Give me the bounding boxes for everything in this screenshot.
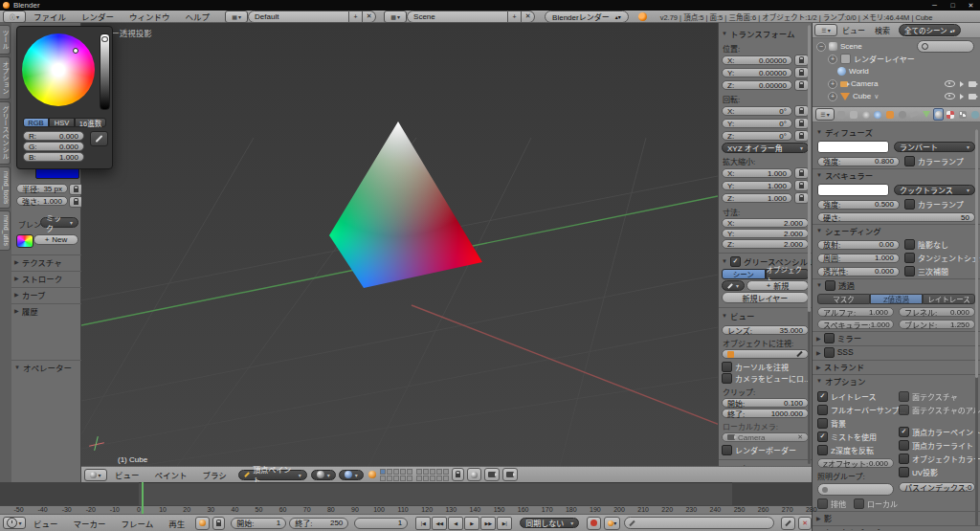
outliner-menu-view[interactable]: ビュー [837, 25, 870, 35]
diffuse-ramp-toggle[interactable]: カラーランプ [904, 156, 975, 166]
gp-new-button[interactable]: +新規 [746, 280, 809, 291]
viewport-shading-select[interactable] [311, 470, 336, 480]
layer-cell[interactable] [387, 476, 392, 481]
lock-icon[interactable] [794, 118, 809, 129]
render-engine-select[interactable]: Blenderレンダー▴▾ [545, 11, 629, 23]
mode-hsv-button[interactable]: HSV [49, 118, 75, 127]
selectable-icon[interactable] [960, 94, 964, 100]
pass-index-field[interactable]: パスインデックス:0 [899, 482, 975, 492]
tab-particles[interactable] [958, 108, 969, 121]
tab-object[interactable] [885, 108, 896, 121]
blue-field[interactable]: B:1.000 [23, 152, 84, 162]
layer-cell[interactable] [423, 476, 429, 481]
opt-face-textures[interactable]: 面テクスチャ [899, 391, 975, 402]
menu-window[interactable]: ウィンドウ [122, 11, 178, 22]
checkbox[interactable] [904, 199, 915, 210]
menu-file[interactable]: ファイル [26, 11, 74, 22]
layer-cell[interactable] [436, 476, 442, 481]
gp-checkbox[interactable]: ✓ [730, 256, 741, 267]
checkbox[interactable] [817, 498, 828, 509]
lock-icon[interactable] [794, 55, 809, 66]
render-visibility-icon[interactable] [969, 94, 976, 100]
checkbox[interactable] [904, 239, 915, 250]
panel-mirror[interactable]: ▶ミラー [813, 331, 980, 343]
location-y-field[interactable]: Y:0.00000 [722, 68, 792, 77]
delete-keyframe-button[interactable]: ✕ [798, 517, 812, 530]
tab-render[interactable] [836, 108, 847, 121]
lens-field[interactable]: レンズ:35.000 [722, 325, 809, 335]
layer-cell[interactable] [400, 476, 406, 481]
menu-render[interactable]: レンダー [74, 11, 122, 22]
play-reverse-button[interactable]: ◀ [448, 517, 463, 530]
panel-view[interactable]: ▼ビュー [719, 307, 812, 322]
mirror-checkbox[interactable] [824, 333, 835, 343]
emit-field[interactable]: 放射:0.00 [817, 240, 900, 250]
lock-camera-checkbox[interactable] [722, 373, 732, 384]
collapse-icon[interactable]: − [816, 42, 826, 52]
mode-rgb-button[interactable]: RGB [23, 118, 49, 127]
mode-hex-button[interactable]: 16進数 [75, 118, 106, 127]
hardness-field[interactable]: 硬さ:50 [817, 212, 975, 222]
tab-world[interactable] [873, 108, 883, 121]
scene-selector-icon[interactable]: ▩▾ [384, 11, 407, 23]
delete-layout-button[interactable]: ✕ [363, 11, 376, 23]
hide-icon[interactable] [945, 93, 955, 100]
clip-end-field[interactable]: 終了:1000.000 [722, 409, 809, 418]
outliner-editor-selector[interactable]: ☰▾ [814, 24, 837, 36]
rotation-mode-select[interactable]: XYZ オイラー角 [722, 143, 809, 153]
diffuse-shader-select[interactable]: ランバート [894, 142, 975, 152]
layer-cell[interactable] [407, 476, 412, 481]
checkbox[interactable] [854, 498, 864, 509]
transp-ztransp-tab[interactable]: Z値透過 [870, 294, 923, 304]
viewport-editor-selector[interactable]: ▾ [84, 469, 107, 481]
checkbox[interactable] [904, 156, 915, 166]
rotation-x-field[interactable]: X:0° [722, 106, 792, 116]
add-layout-button[interactable]: + [349, 11, 363, 23]
menu-paint[interactable]: ペイント [147, 469, 195, 480]
lock-icon[interactable] [794, 79, 809, 91]
panel-operator[interactable]: ▼オペレーター [11, 360, 81, 373]
menu-help[interactable]: ヘルプ [178, 11, 218, 22]
hide-icon[interactable] [945, 80, 955, 87]
panel-stroke[interactable]: ▶ストローク [11, 271, 81, 284]
zoffset-field[interactable]: Zオフセット:0.000 [817, 458, 894, 468]
diffuse-intensity-field[interactable]: 強度:0.800 [817, 157, 900, 166]
lock-icon[interactable] [794, 130, 809, 142]
render-opengl-button[interactable] [484, 468, 500, 481]
lock-cursor-checkbox[interactable] [722, 362, 732, 372]
opt-vertex-color-light[interactable]: 頂点カラーライト [899, 440, 975, 451]
layer-cell[interactable] [407, 469, 412, 475]
opt-full-oversampling[interactable]: フルオーバーサンプ... [817, 405, 894, 415]
insert-keyframe-button[interactable] [781, 517, 795, 530]
sync-mode-select[interactable]: 同期しない [520, 518, 579, 528]
fresnel-field[interactable]: フレネル:0.000 [899, 307, 975, 317]
local-camera-field[interactable]: Camera✕ [722, 432, 809, 442]
frame-end-field[interactable]: 終了:250 [289, 518, 348, 529]
timeline-editor-selector[interactable]: ▾ [3, 517, 26, 529]
close-button[interactable]: ✕ [962, 2, 980, 10]
location-x-field[interactable]: X:0.00000 [722, 55, 792, 65]
cubic-toggle[interactable]: 三次補間 [904, 266, 975, 277]
outliner-row-scene[interactable]: −Scene [813, 40, 980, 53]
blend-mode-select[interactable]: ミック [40, 217, 78, 228]
outliner-row-world[interactable]: World [813, 65, 980, 77]
panel-history[interactable]: ▶履歴 [11, 303, 81, 317]
dim-x-field[interactable]: X:2.000 [722, 218, 809, 228]
panel-transform[interactable]: ▼トランスフォーム [719, 26, 812, 40]
snap-button[interactable] [467, 468, 481, 481]
opt-sky[interactable]: 背景 [817, 418, 894, 429]
vertex-painted-mesh[interactable] [200, 23, 626, 417]
gp-new-layer-button[interactable]: 新規レイヤー [722, 292, 809, 303]
opt-exclusive[interactable]: 排他 [817, 498, 846, 509]
lock-icon[interactable] [794, 167, 809, 179]
panel-shadow[interactable]: ▶影 [813, 511, 980, 523]
checkbox[interactable]: ✓ [817, 431, 828, 442]
opt-vertex-color-paint[interactable]: ✓頂点カラーペイント [899, 427, 975, 437]
properties-scrollbar[interactable] [975, 129, 978, 526]
current-frame-field[interactable]: 1 [354, 518, 408, 529]
lock-icon[interactable] [794, 180, 809, 191]
panel-specular[interactable]: ▼スペキュラー [813, 168, 980, 181]
specular-color-swatch[interactable] [817, 184, 889, 196]
rotation-z-field[interactable]: Z:0° [722, 131, 792, 141]
layer-cell[interactable] [436, 469, 442, 475]
